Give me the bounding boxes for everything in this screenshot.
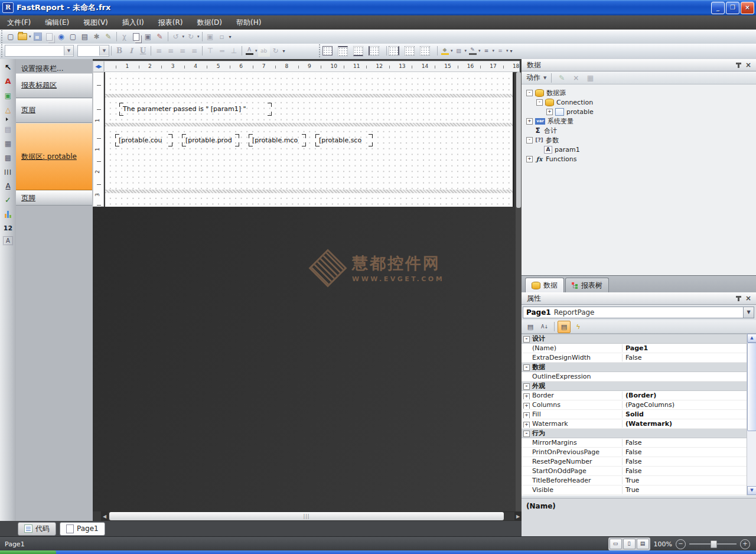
line-style-button[interactable]: ≡ — [481, 45, 492, 57]
text-tool[interactable]: A — [2, 75, 14, 87]
open-dropdown-icon[interactable]: ▾ — [29, 34, 31, 39]
data-field-object-4[interactable]: [protable.sco — [315, 134, 373, 146]
collapse-icon[interactable]: - — [536, 99, 543, 106]
pin-icon[interactable] — [738, 63, 739, 68]
tree-item-数据源[interactable]: -数据源 — [526, 88, 566, 97]
fill-style-dropdown-icon[interactable]: ▾ — [465, 48, 467, 53]
actions-button[interactable]: 动作 — [526, 73, 540, 83]
font-size-select[interactable]: ▼ — [77, 45, 109, 57]
tree-item-param1[interactable]: Aparam1 — [536, 145, 580, 154]
group-icon[interactable]: ▣ — [204, 31, 216, 43]
save-as-icon[interactable] — [44, 31, 56, 43]
border-bottom-icon[interactable] — [353, 46, 363, 56]
border-settings-icon[interactable] — [420, 46, 430, 56]
preview-icon[interactable]: ◉ — [56, 31, 67, 43]
expand-icon[interactable]: + — [523, 422, 530, 428]
options-icon[interactable]: ✎ — [103, 31, 115, 43]
tree-item-系统变量[interactable]: +var系统变量 — [526, 116, 573, 126]
format-painter-icon[interactable]: ✎ — [154, 31, 166, 43]
border-left-icon[interactable] — [369, 46, 379, 56]
toolbar-overflow-icon[interactable]: ▾ — [229, 34, 232, 40]
bold-button[interactable]: B — [113, 45, 125, 57]
ruler-splitter-button[interactable]: ◀▶ — [93, 61, 104, 72]
data-field-object-1[interactable]: [protable.cou — [115, 134, 172, 146]
border-none-icon[interactable] — [405, 46, 415, 56]
checkbox-tool[interactable]: ✓ — [2, 194, 14, 206]
design-canvas[interactable]: ◀▶ 123456789101112131415161718 1123 The … — [93, 59, 522, 521]
category-设计[interactable]: -设计 — [522, 334, 747, 344]
scrollbar-thumb[interactable] — [747, 343, 756, 431]
align-top-button[interactable]: ⊤ — [204, 45, 216, 57]
redo-dropdown-icon[interactable]: ▾ — [197, 34, 200, 39]
propgrid-scrollbar[interactable]: ▲ ▼ — [747, 334, 756, 495]
band-page-footer[interactable]: 页脚 — [16, 190, 92, 206]
scroll-down-icon[interactable]: ▼ — [747, 486, 756, 495]
close-panel-icon[interactable]: × — [745, 295, 751, 301]
shapes-tool[interactable]: △ — [2, 103, 14, 116]
line-width-button[interactable]: ≡ — [495, 45, 506, 57]
canvas-vertical-scrollbar[interactable] — [516, 72, 522, 511]
toolbar-overflow-icon[interactable]: ▾ — [283, 48, 285, 54]
canvas-horizontal-scrollbar[interactable]: ◀ ||| ▶ — [101, 511, 522, 521]
property-Border[interactable]: Border+(Border) — [522, 391, 747, 400]
expand-icon[interactable]: + — [526, 156, 533, 162]
table-tool[interactable]: ▦ — [2, 137, 14, 149]
whole-page-view-icon[interactable]: ▭ — [610, 539, 622, 549]
menu-item-2[interactable]: 编辑(E) — [38, 15, 76, 30]
scroll-right-icon[interactable]: ▶ — [514, 514, 522, 519]
band-report-title[interactable]: 报表标题区 — [16, 73, 92, 98]
border-top-icon[interactable] — [338, 46, 348, 56]
properties-view-icon[interactable]: ▤ — [558, 321, 571, 333]
align-middle-button[interactable]: = — [216, 45, 228, 57]
property-PrintOnPreviousPage[interactable]: PrintOnPreviousPageFalse — [522, 448, 747, 457]
configure-bands-button[interactable]: 设置报表栏... — [16, 59, 93, 74]
align-center-button[interactable]: ≡ — [165, 45, 177, 57]
ungroup-icon[interactable]: ▫ — [216, 31, 228, 43]
cut-icon[interactable]: χ — [119, 31, 131, 43]
text-color-button[interactable]: A — [244, 45, 255, 57]
line-width-dropdown-icon[interactable]: ▾ — [506, 48, 509, 53]
property-TitleBeforeHeader[interactable]: TitleBeforeHeaderTrue — [522, 476, 747, 485]
property-Visible[interactable]: VisibleTrue — [522, 485, 747, 495]
alphabetical-sort-icon[interactable]: A↓ — [538, 321, 551, 333]
new-report-icon[interactable]: ▢ — [5, 31, 17, 43]
tab-报表树[interactable]: 报表树 — [565, 278, 609, 292]
report-settings-icon[interactable]: ✱ — [91, 31, 103, 43]
expand-icon[interactable]: + — [523, 393, 530, 399]
tab-数据[interactable]: 数据 — [525, 278, 564, 292]
property-MirrorMargins[interactable]: MirrorMarginsFalse — [522, 438, 747, 448]
band-data[interactable]: 数据区: protable — [16, 123, 92, 190]
menu-item-1[interactable]: 文件(F) — [0, 15, 38, 30]
zoom-out-button[interactable]: − — [676, 539, 686, 549]
save-icon[interactable] — [32, 31, 44, 43]
scroll-left-icon[interactable]: ◀ — [101, 514, 108, 519]
normal-view-icon[interactable]: ▤ — [637, 539, 649, 549]
start-button[interactable] — [0, 550, 56, 554]
property-OutlineExpression[interactable]: OutlineExpression — [522, 372, 747, 382]
collapse-icon[interactable]: - — [526, 137, 533, 144]
windows-taskbar[interactable] — [0, 550, 756, 554]
category-行为[interactable]: -行为 — [522, 429, 747, 438]
canvas-band-report-title[interactable] — [105, 73, 513, 94]
line-color-dropdown-icon[interactable]: ▾ — [478, 48, 481, 53]
data-field-object-2[interactable]: [protable.prod — [182, 134, 239, 146]
align-justify-button[interactable]: ≡ — [188, 45, 200, 57]
tree-item-Functions[interactable]: +ƒxFunctions — [526, 154, 577, 164]
page-width-view-icon[interactable]: ▯ — [623, 539, 636, 549]
property-grid[interactable]: -设计(Name)Page1ExtraDesignWidthFalse-数据Ou… — [522, 334, 747, 496]
restore-button[interactable]: ❐ — [726, 2, 739, 14]
property-Columns[interactable]: Columns+(PageColumns) — [522, 400, 747, 410]
category-外观[interactable]: -外观 — [522, 382, 747, 391]
line-style-dropdown-icon[interactable]: ▾ — [493, 48, 495, 53]
align-left-button[interactable]: ≡ — [153, 45, 165, 57]
close-button[interactable]: × — [741, 2, 754, 14]
zipcode-tool[interactable]: A — [3, 236, 13, 245]
pointer-tool[interactable]: ↖ — [2, 61, 14, 73]
menu-item-6[interactable]: 数据(D) — [190, 15, 229, 30]
undo-dropdown-icon[interactable]: ▾ — [183, 34, 185, 39]
object-selector[interactable]: Page1 ReportPage ▼ — [523, 307, 754, 318]
collapse-icon[interactable]: - — [526, 90, 533, 96]
category-数据[interactable]: -数据 — [522, 363, 747, 372]
new-page-icon[interactable]: ▢ — [67, 31, 79, 43]
categorized-view-icon[interactable]: ▤ — [524, 321, 537, 333]
